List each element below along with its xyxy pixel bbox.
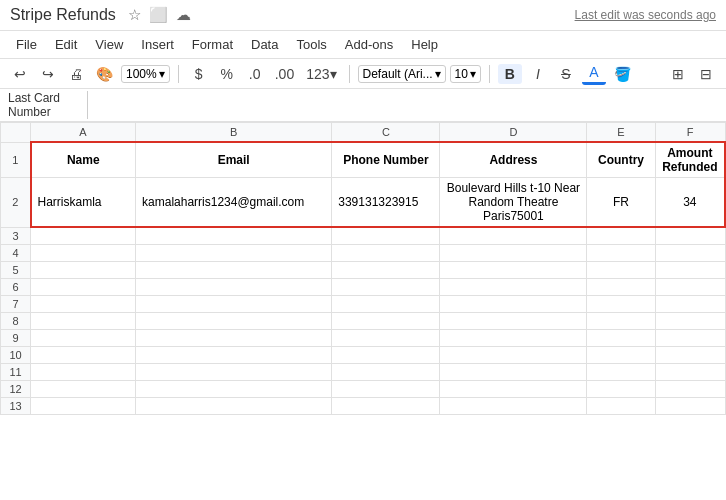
row-num-3: 3 [1,227,31,244]
menu-format[interactable]: Format [184,33,241,56]
font-value: Default (Ari... [363,67,433,81]
menu-data[interactable]: Data [243,33,286,56]
row-num-1: 1 [1,142,31,178]
table-row: 12 [1,380,726,397]
formula-bar: Last Card Number [0,89,726,122]
row-num-7: 7 [1,295,31,312]
title-bar: Stripe Refunds ☆ ⬜ ☁ Last edit was secon… [0,0,726,31]
row-num-11: 11 [1,363,31,380]
toolbar: ↩ ↪ 🖨 🎨 100% ▾ $ % .0 .00 123▾ Default (… [0,59,726,89]
cell-f3[interactable] [655,227,725,244]
table-row: 5 [1,261,726,278]
menu-help[interactable]: Help [403,33,446,56]
row-num-8: 8 [1,312,31,329]
col-header-a[interactable]: A [31,123,136,143]
table-row: 6 [1,278,726,295]
star-icon[interactable]: ☆ [128,6,141,24]
col-header-e[interactable]: E [587,123,655,143]
cloud-icon[interactable]: ☁ [176,6,191,24]
table-row: 10 [1,346,726,363]
print-btn[interactable]: 🖨 [64,64,88,84]
cell-f2[interactable]: 34 [655,178,725,228]
table-row: 13 [1,397,726,414]
menu-tools[interactable]: Tools [288,33,334,56]
table-row: 4 [1,244,726,261]
cell-a2[interactable]: Harriskamla [31,178,136,228]
menu-edit[interactable]: Edit [47,33,85,56]
cell-e2[interactable]: FR [587,178,655,228]
borders-btn[interactable]: ⊞ [666,64,690,84]
cell-e1[interactable]: Country [587,142,655,178]
row-num-10: 10 [1,346,31,363]
app-title: Stripe Refunds [10,6,116,24]
menu-view[interactable]: View [87,33,131,56]
row-num-12: 12 [1,380,31,397]
table-row: 2 Harriskamla kamalaharris1234@gmail.com… [1,178,726,228]
cell-b3[interactable] [136,227,332,244]
separator-1 [178,65,179,83]
decimal-increase-btn[interactable]: .00 [271,64,298,84]
zoom-value: 100% [126,67,157,81]
decimal-decrease-btn[interactable]: .0 [243,64,267,84]
strikethrough-btn[interactable]: S [554,64,578,84]
undo-btn[interactable]: ↩ [8,64,32,84]
row-num-2: 2 [1,178,31,228]
cell-f1[interactable]: Amount Refunded [655,142,725,178]
spreadsheet: A B C D E F 1 Name Email Phone Number Ad… [0,122,726,500]
font-size-value: 10 [455,67,468,81]
col-header-b[interactable]: B [136,123,332,143]
redo-btn[interactable]: ↪ [36,64,60,84]
fs-dropdown-icon: ▾ [470,67,476,81]
cell-d3[interactable] [440,227,587,244]
font-select[interactable]: Default (Ari... ▾ [358,65,446,83]
font-dropdown-icon: ▾ [435,67,441,81]
menu-insert[interactable]: Insert [133,33,182,56]
history-icon[interactable]: ⬜ [149,6,168,24]
cell-b2[interactable]: kamalaharris1234@gmail.com [136,178,332,228]
cell-d2[interactable]: Boulevard Hills t-10 Near Random Theatre… [440,178,587,228]
col-header-rownum [1,123,31,143]
menu-bar: File Edit View Insert Format Data Tools … [0,31,726,59]
number-format-btn[interactable]: 123▾ [302,64,340,84]
text-color-btn[interactable]: A [582,62,606,85]
nf-dropdown-icon: ▾ [330,66,337,82]
italic-btn[interactable]: I [526,64,550,84]
last-edit-label: Last edit was seconds ago [575,8,716,22]
cell-c1[interactable]: Phone Number [332,142,440,178]
col-header-d[interactable]: D [440,123,587,143]
cell-e3[interactable] [587,227,655,244]
cell-a3[interactable] [31,227,136,244]
row-num-4: 4 [1,244,31,261]
menu-file[interactable]: File [8,33,45,56]
cell-d1[interactable]: Address [440,142,587,178]
cell-c2[interactable]: 339131323915 [332,178,440,228]
bold-btn[interactable]: B [498,64,522,84]
fill-color-btn[interactable]: 🪣 [610,64,635,84]
merge-btn[interactable]: ⊟ [694,64,718,84]
paint-format-btn[interactable]: 🎨 [92,64,117,84]
table-row: 1 Name Email Phone Number Address Countr… [1,142,726,178]
table-row: 9 [1,329,726,346]
table-row: 3 [1,227,726,244]
cell-a1[interactable]: Name [31,142,136,178]
spreadsheet-table: A B C D E F 1 Name Email Phone Number Ad… [0,122,726,415]
cell-c3[interactable] [332,227,440,244]
col-header-c[interactable]: C [332,123,440,143]
row-num-5: 5 [1,261,31,278]
cell-reference[interactable]: Last Card Number [8,91,88,119]
font-size-select[interactable]: 10 ▾ [450,65,481,83]
percent-btn[interactable]: % [215,64,239,84]
toolbar-right: ⊞ ⊟ [666,64,718,84]
table-row: 8 [1,312,726,329]
zoom-select[interactable]: 100% ▾ [121,65,170,83]
row-num-13: 13 [1,397,31,414]
zoom-dropdown-icon: ▾ [159,67,165,81]
separator-2 [349,65,350,83]
table-row: 11 [1,363,726,380]
cell-b1[interactable]: Email [136,142,332,178]
table-row: 7 [1,295,726,312]
col-header-f[interactable]: F [655,123,725,143]
menu-addons[interactable]: Add-ons [337,33,401,56]
row-num-6: 6 [1,278,31,295]
currency-btn[interactable]: $ [187,64,211,84]
